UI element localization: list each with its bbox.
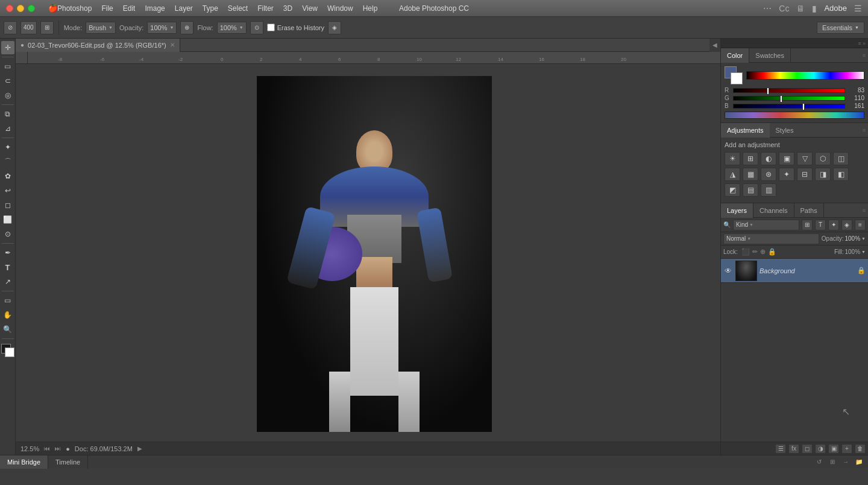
menu-image[interactable]: Image <box>145 4 165 13</box>
layer-opt-5[interactable]: ≡ <box>855 220 866 230</box>
zoom-button[interactable] <box>28 5 35 12</box>
lock-position-btn[interactable]: ✏ <box>752 248 758 256</box>
fill-value[interactable]: 100% <box>844 249 860 255</box>
menu-edit[interactable]: Edit <box>123 4 136 13</box>
adj-invert-btn[interactable]: ⊟ <box>797 168 813 181</box>
opacity-btn[interactable]: ⊕ <box>180 21 193 34</box>
airbrush-btn[interactable]: ⊙ <box>250 21 263 34</box>
blend-mode-dropdown[interactable]: Normal <box>723 233 819 244</box>
gradient-tool[interactable]: ⬜ <box>1 213 14 226</box>
rect-select-tool[interactable]: ▭ <box>1 60 14 73</box>
tab-mini-bridge[interactable]: Mini Bridge <box>0 455 48 469</box>
adj-brightness-btn[interactable]: ☀ <box>725 152 740 165</box>
color-panel-menu[interactable]: ≡ <box>863 52 868 59</box>
menu-layer[interactable]: Layer <box>175 4 193 13</box>
panel-menu-btn[interactable]: ≡ » <box>858 40 866 46</box>
adj-colorbal-btn[interactable]: ◫ <box>833 152 849 165</box>
shape-tool[interactable]: ▭ <box>1 294 14 307</box>
adj-hsl-btn[interactable]: ⬡ <box>815 152 831 165</box>
layer-opt-2[interactable]: T <box>815 220 826 230</box>
tab-swatches[interactable]: Swatches <box>749 48 791 63</box>
nav-left-btn[interactable]: ⏮ <box>44 445 50 452</box>
brush-size-input[interactable]: 400 <box>20 21 37 34</box>
document-tab[interactable]: ● 02-03_Trevor606-Edit.psd @ 12.5% (RGB/… <box>16 39 180 52</box>
layer-new-btn[interactable]: + <box>841 444 852 454</box>
layer-filter-btn[interactable]: ☰ <box>775 444 786 454</box>
adj-levels-btn[interactable]: ⊞ <box>743 152 758 165</box>
adj-color-lookup-btn[interactable]: ✦ <box>779 168 794 181</box>
healing-brush-tool[interactable]: ✦ <box>1 141 14 154</box>
layer-mask-btn[interactable]: ◻ <box>802 444 813 454</box>
lock-pixels-btn[interactable]: ⬛ <box>741 248 750 256</box>
layer-group-btn[interactable]: ▣ <box>828 444 839 454</box>
g-slider[interactable] <box>733 96 845 101</box>
erase-history-checkbox[interactable] <box>267 24 275 31</box>
adj-threshold-btn[interactable]: ◧ <box>833 168 849 181</box>
menu-view[interactable]: View <box>302 4 318 13</box>
adj-vibrance-btn[interactable]: ▽ <box>797 152 813 165</box>
lasso-tool[interactable]: ⊂ <box>1 74 14 87</box>
tab-timeline[interactable]: Timeline <box>48 455 88 469</box>
bottom-view-btn[interactable]: ⊞ <box>827 457 838 468</box>
opacity-value[interactable]: 100% <box>844 235 860 242</box>
zoom-tool[interactable]: 🔍 <box>1 323 14 336</box>
adj-exposure-btn[interactable]: ▣ <box>779 152 794 165</box>
lock-move-btn[interactable]: ⊕ <box>760 248 766 256</box>
tab-styles[interactable]: Styles <box>770 123 800 138</box>
b-slider[interactable] <box>733 104 845 109</box>
layer-opt-4[interactable]: ◈ <box>841 220 852 230</box>
menu-filter[interactable]: Filter <box>257 4 274 13</box>
layer-opt-3[interactable]: ✦ <box>828 220 839 230</box>
bottom-refresh-btn[interactable]: ↺ <box>814 457 825 468</box>
menu-select[interactable]: Select <box>228 4 248 13</box>
history-brush-tool[interactable]: ↩ <box>1 184 14 197</box>
panel-toggle-btn[interactable]: ◀ <box>709 39 720 52</box>
menu-type[interactable]: Type <box>203 4 218 13</box>
path-select-tool[interactable]: ↗ <box>1 275 14 288</box>
b-thumb[interactable] <box>802 103 805 110</box>
essentials-dropdown[interactable]: Essentials <box>817 22 864 34</box>
layer-visibility-btn[interactable]: 👁 <box>723 266 733 276</box>
g-thumb[interactable] <box>780 95 782 103</box>
dodge-tool[interactable]: ⊙ <box>1 227 14 241</box>
doc-info-arrow[interactable]: ▶ <box>137 445 142 452</box>
r-slider[interactable] <box>733 88 845 93</box>
eyedropper-tool[interactable]: ⊿ <box>1 122 14 135</box>
layers-panel-menu[interactable]: ≡ <box>863 208 868 214</box>
bottom-share-btn[interactable]: → <box>840 457 851 468</box>
brush-tool-btn[interactable]: ⊘ <box>4 21 17 34</box>
tablet-pressure-btn[interactable]: ◈ <box>328 21 341 34</box>
kind-dropdown[interactable]: Kind <box>733 220 799 230</box>
color-gradient-bar[interactable] <box>725 112 864 119</box>
menu-photoshop[interactable]: Photoshop <box>57 4 92 13</box>
opacity-dropdown[interactable]: 100% <box>147 22 177 34</box>
tab-paths[interactable]: Paths <box>794 203 824 218</box>
lock-all-btn[interactable]: 🔒 <box>768 248 776 256</box>
layer-opt-1[interactable]: ⊞ <box>802 220 813 230</box>
layer-fx-btn[interactable]: fx <box>788 444 799 454</box>
tab-color[interactable]: Color <box>721 48 749 63</box>
r-thumb[interactable] <box>767 87 769 95</box>
tab-layers[interactable]: Layers <box>721 203 753 218</box>
move-tool[interactable]: ✛ <box>1 41 14 54</box>
adj-selectcolor-btn[interactable]: ▤ <box>743 183 758 197</box>
adj-extra-btn[interactable]: ▥ <box>761 183 776 197</box>
hand-tool[interactable]: ✋ <box>1 308 14 322</box>
adj-panel-menu[interactable]: ≡ <box>863 127 868 133</box>
close-tab-btn[interactable]: ✕ <box>170 42 175 48</box>
brush-tool[interactable]: ⌒ <box>1 155 14 168</box>
flow-dropdown[interactable]: 100% <box>217 22 247 34</box>
mode-dropdown[interactable]: Brush <box>86 22 116 34</box>
eraser-tool[interactable]: ◻ <box>1 198 14 212</box>
adj-gradientmap-btn[interactable]: ◩ <box>725 183 740 197</box>
background-color[interactable] <box>5 347 14 357</box>
erase-history-check[interactable]: Erase to History <box>267 24 324 31</box>
brush-picker-btn[interactable]: ⊞ <box>40 21 54 34</box>
tab-channels[interactable]: Channels <box>753 203 794 218</box>
minimize-button[interactable] <box>17 5 24 12</box>
menu-help[interactable]: Help <box>363 4 378 13</box>
menu-file[interactable]: File <box>101 4 113 13</box>
layer-background[interactable]: 👁 Background 🔒 <box>721 259 868 283</box>
quick-select-tool[interactable]: ◎ <box>1 89 14 102</box>
close-button[interactable] <box>6 5 13 12</box>
